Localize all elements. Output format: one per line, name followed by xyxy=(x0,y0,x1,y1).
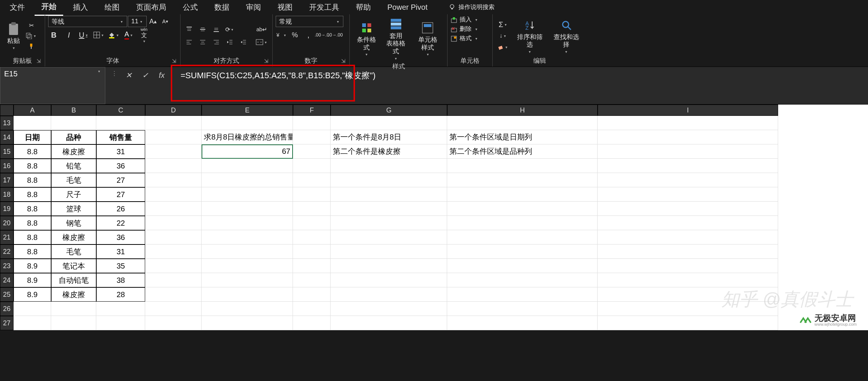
cell[interactable]: 销售量 xyxy=(96,130,145,144)
cell[interactable] xyxy=(598,159,778,173)
fill-button[interactable]: ↓▾ xyxy=(496,31,511,41)
cell[interactable] xyxy=(598,116,778,130)
font-color-button[interactable]: A▾ xyxy=(123,30,135,40)
cell[interactable] xyxy=(331,287,447,302)
cell[interactable] xyxy=(145,116,202,130)
paste-button[interactable]: 粘贴 ▾ xyxy=(3,21,24,51)
cell[interactable] xyxy=(202,302,293,316)
format-as-table-button[interactable]: 套用 表格格式▾ xyxy=(382,16,410,61)
cell[interactable] xyxy=(447,230,598,244)
align-top-button[interactable] xyxy=(184,24,195,34)
find-select-button[interactable]: 查找和选择▾ xyxy=(549,17,584,55)
number-format-select[interactable]: 常规▾ xyxy=(276,16,343,27)
italic-button[interactable]: I xyxy=(63,30,74,40)
row-header[interactable]: 26 xyxy=(0,302,14,316)
row-header[interactable]: 22 xyxy=(0,244,14,259)
cell[interactable] xyxy=(598,287,778,302)
row-header[interactable]: 16 xyxy=(0,159,14,173)
cell[interactable] xyxy=(51,316,96,330)
cell[interactable]: 自动铅笔 xyxy=(51,273,96,287)
cell[interactable]: 8.8 xyxy=(14,173,51,187)
cell[interactable]: 8.8 xyxy=(14,216,51,230)
tab-file[interactable]: 文件 xyxy=(3,0,32,15)
row-header[interactable]: 14 xyxy=(0,130,14,144)
comma-button[interactable]: , xyxy=(303,30,314,40)
align-middle-button[interactable] xyxy=(197,24,208,34)
wrap-text-button[interactable]: ab↵ xyxy=(254,24,269,34)
align-center-button[interactable] xyxy=(197,37,208,47)
name-box[interactable]: E15 ▾ xyxy=(0,67,105,104)
cell[interactable] xyxy=(145,287,202,302)
cell[interactable] xyxy=(145,216,202,230)
cell[interactable]: 8.8 xyxy=(14,159,51,173)
cell[interactable] xyxy=(598,273,778,287)
select-all-button[interactable] xyxy=(0,105,14,116)
cell[interactable]: 橡皮擦 xyxy=(51,144,96,159)
cell[interactable]: 第二个条件区域是品种列 xyxy=(447,144,598,159)
dialog-launcher-icon[interactable]: ⇲ xyxy=(172,58,176,64)
cell[interactable]: 篮球 xyxy=(51,202,96,216)
cell[interactable] xyxy=(202,202,293,216)
dialog-launcher-icon[interactable]: ⇲ xyxy=(264,58,269,64)
row-header[interactable]: 13 xyxy=(0,116,14,130)
row-header[interactable]: 24 xyxy=(0,273,14,287)
row-header[interactable]: 18 xyxy=(0,187,14,202)
font-name-select[interactable]: 等线▾ xyxy=(48,16,127,27)
underline-button[interactable]: U▾ xyxy=(78,30,90,40)
column-header[interactable]: D xyxy=(145,105,202,116)
cell[interactable] xyxy=(202,187,293,202)
cell[interactable] xyxy=(447,173,598,187)
accept-formula-button[interactable]: ✓ xyxy=(140,70,150,80)
cell[interactable] xyxy=(145,159,202,173)
cell[interactable] xyxy=(145,273,202,287)
bold-button[interactable]: B xyxy=(48,30,59,40)
cell[interactable]: 35 xyxy=(96,259,145,273)
orientation-button[interactable]: ⟳▾ xyxy=(224,24,235,34)
cell[interactable] xyxy=(202,230,293,244)
cell[interactable] xyxy=(293,130,331,144)
cell[interactable]: 8.8 xyxy=(14,244,51,259)
cell[interactable]: 橡皮擦 xyxy=(51,230,96,244)
cell[interactable] xyxy=(331,116,447,130)
cell[interactable] xyxy=(293,187,331,202)
row-header[interactable]: 21 xyxy=(0,230,14,244)
cell[interactable] xyxy=(293,302,331,316)
cut-button[interactable]: ✂ xyxy=(26,20,37,30)
cell[interactable]: 26 xyxy=(96,202,145,216)
decrease-font-button[interactable]: A▾ xyxy=(159,17,171,26)
cell[interactable] xyxy=(331,202,447,216)
cell[interactable]: 38 xyxy=(96,273,145,287)
cell[interactable] xyxy=(145,259,202,273)
cell[interactable] xyxy=(447,116,598,130)
row-header[interactable]: 23 xyxy=(0,259,14,273)
increase-indent-button[interactable] xyxy=(238,37,249,47)
decrease-indent-button[interactable] xyxy=(224,37,235,47)
cell[interactable]: 8.9 xyxy=(14,287,51,302)
increase-decimal-button[interactable]: .00→.0 xyxy=(316,30,328,40)
cell[interactable] xyxy=(598,259,778,273)
cell[interactable] xyxy=(331,316,447,330)
row-header[interactable]: 19 xyxy=(0,202,14,216)
tab-insert[interactable]: 插入 xyxy=(66,0,95,15)
dialog-launcher-icon[interactable]: ⇲ xyxy=(36,58,41,64)
cell[interactable] xyxy=(293,273,331,287)
cell[interactable]: 8.8 xyxy=(14,230,51,244)
cell[interactable] xyxy=(145,130,202,144)
column-header[interactable]: E xyxy=(202,105,293,116)
align-bottom-button[interactable] xyxy=(211,24,222,34)
cell[interactable] xyxy=(447,244,598,259)
cell[interactable] xyxy=(331,173,447,187)
cell[interactable] xyxy=(447,259,598,273)
cell[interactable] xyxy=(293,216,331,230)
cell[interactable] xyxy=(331,244,447,259)
cell[interactable] xyxy=(14,302,51,316)
tab-help[interactable]: 帮助 xyxy=(349,0,378,15)
cell[interactable] xyxy=(331,230,447,244)
cell[interactable] xyxy=(447,273,598,287)
cell[interactable]: 铅笔 xyxy=(51,159,96,173)
cell[interactable] xyxy=(331,159,447,173)
cell[interactable]: 尺子 xyxy=(51,187,96,202)
cell[interactable] xyxy=(145,302,202,316)
insert-function-button[interactable]: fx xyxy=(156,70,167,80)
cell[interactable] xyxy=(598,216,778,230)
